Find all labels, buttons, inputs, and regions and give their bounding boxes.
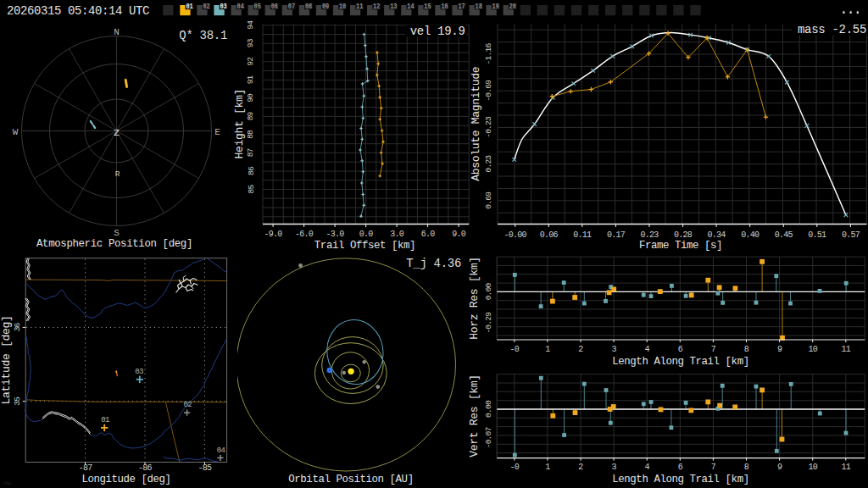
svg-text:13: 13 — [390, 3, 397, 11]
svg-text:-1.16: -1.16 — [484, 43, 493, 65]
svg-text:05: 05 — [254, 3, 261, 11]
svg-text:-86: -86 — [138, 463, 153, 473]
svg-text:16: 16 — [441, 3, 448, 11]
svg-text:85: 85 — [247, 185, 256, 194]
svg-text:1: 1 — [545, 345, 550, 354]
svg-text:35: 35 — [14, 396, 23, 406]
svg-text:0.57: 0.57 — [842, 230, 860, 240]
svg-text:Length Along Trail [km]: Length Along Trail [km] — [612, 356, 748, 368]
svg-text:Length Along Trail [km]: Length Along Trail [km] — [612, 474, 748, 485]
svg-text:90: 90 — [247, 93, 256, 103]
svg-text:94: 94 — [247, 20, 256, 30]
svg-text:0.69: 0.69 — [484, 191, 493, 209]
svg-text:-87: -87 — [79, 463, 93, 473]
svg-text:11: 11 — [356, 3, 364, 11]
svg-text:njw: njw — [3, 480, 11, 486]
svg-text:R: R — [115, 169, 120, 179]
svg-text:11: 11 — [842, 463, 851, 472]
svg-text:02: 02 — [203, 3, 209, 11]
svg-text:89: 89 — [247, 111, 256, 120]
svg-text:-0.07: -0.07 — [484, 427, 493, 448]
svg-text:-6.0: -6.0 — [295, 230, 314, 239]
svg-text:86: 86 — [247, 166, 256, 175]
svg-text:0.51: 0.51 — [808, 230, 826, 240]
svg-text:-0.69: -0.69 — [484, 80, 493, 102]
svg-text:20260315 05:40:14 UTC: 20260315 05:40:14 UTC — [7, 4, 149, 18]
svg-text:T_j 4.36: T_j 4.36 — [406, 257, 461, 270]
svg-text:W: W — [13, 127, 19, 137]
svg-text:E: E — [214, 127, 220, 137]
svg-text:Trail Offset [km]: Trail Offset [km] — [314, 240, 415, 252]
svg-text:10: 10 — [808, 345, 817, 354]
svg-text:0.0: 0.0 — [359, 230, 374, 239]
svg-text:15: 15 — [424, 3, 431, 11]
svg-text:0.28: 0.28 — [674, 230, 693, 240]
svg-text:9: 9 — [777, 345, 782, 354]
svg-text:0.00: 0.00 — [484, 400, 493, 418]
svg-text:0.34: 0.34 — [708, 230, 726, 240]
svg-text:2: 2 — [578, 463, 583, 472]
svg-text:9: 9 — [777, 463, 782, 472]
svg-text:03: 03 — [220, 3, 227, 11]
svg-text:8: 8 — [744, 463, 749, 472]
svg-text:Q* 38.1: Q* 38.1 — [179, 29, 227, 42]
svg-text:19: 19 — [492, 3, 499, 11]
svg-text:mass -2.55: mass -2.55 — [798, 23, 866, 36]
svg-text:N: N — [114, 27, 120, 37]
svg-text:91: 91 — [247, 75, 256, 84]
svg-text:02: 02 — [183, 401, 192, 409]
svg-text:12: 12 — [373, 3, 380, 11]
svg-text:-0: -0 — [510, 345, 520, 354]
svg-text:03: 03 — [135, 368, 143, 376]
svg-text:0.40: 0.40 — [741, 230, 760, 240]
svg-text:11: 11 — [842, 345, 851, 354]
svg-text:vel 19.9: vel 19.9 — [410, 25, 465, 38]
svg-text:06: 06 — [271, 3, 278, 11]
svg-text:88: 88 — [247, 130, 256, 139]
svg-text:93: 93 — [247, 38, 256, 47]
svg-text:01: 01 — [186, 3, 193, 11]
svg-text:S: S — [114, 228, 120, 238]
svg-text:0.23: 0.23 — [484, 155, 493, 173]
svg-text:4: 4 — [645, 345, 650, 354]
svg-text:3: 3 — [611, 463, 616, 472]
svg-text:Atmospheric Position [deg]: Atmospheric Position [deg] — [36, 238, 192, 250]
svg-text:0.23: 0.23 — [640, 230, 659, 240]
svg-text:6: 6 — [678, 345, 683, 354]
svg-text:9.0: 9.0 — [452, 230, 466, 239]
svg-text:Latitude [deg]: Latitude [deg] — [0, 316, 13, 405]
svg-text:1: 1 — [545, 463, 550, 472]
svg-text:01: 01 — [101, 416, 109, 424]
svg-text:20: 20 — [509, 3, 516, 11]
svg-text:Frame Time [s]: Frame Time [s] — [639, 240, 722, 252]
svg-text:18: 18 — [476, 3, 482, 11]
svg-text:6: 6 — [678, 463, 683, 472]
svg-text:04: 04 — [217, 446, 225, 455]
svg-text:0.11: 0.11 — [573, 230, 592, 240]
svg-text:-0.23: -0.23 — [484, 116, 493, 138]
svg-text:7: 7 — [711, 345, 716, 354]
svg-text:92: 92 — [247, 57, 256, 66]
svg-text:7: 7 — [711, 463, 716, 472]
svg-text:-9.0: -9.0 — [264, 230, 283, 239]
svg-text:3.0: 3.0 — [390, 230, 404, 239]
svg-text:0.00: 0.00 — [484, 282, 493, 300]
svg-text:Height [km]: Height [km] — [234, 89, 247, 158]
svg-text:-3.0: -3.0 — [326, 230, 345, 239]
svg-text:0.45: 0.45 — [775, 230, 793, 240]
svg-text:Vert Res [km]: Vert Res [km] — [468, 374, 481, 457]
svg-text:-0.29: -0.29 — [484, 312, 493, 334]
svg-text:Z: Z — [114, 128, 120, 138]
svg-text:10: 10 — [808, 463, 817, 472]
svg-text:36: 36 — [14, 322, 23, 331]
svg-text:Longitude [deg]: Longitude [deg] — [81, 474, 170, 485]
svg-text:3: 3 — [611, 345, 616, 354]
svg-text:10: 10 — [339, 3, 346, 11]
svg-text:87: 87 — [247, 148, 256, 157]
svg-text:2: 2 — [578, 345, 583, 354]
svg-text:17: 17 — [459, 3, 465, 11]
svg-text:8: 8 — [744, 345, 749, 354]
svg-text:04: 04 — [237, 3, 245, 11]
svg-text:09: 09 — [322, 3, 329, 11]
svg-text:6.0: 6.0 — [421, 230, 436, 239]
